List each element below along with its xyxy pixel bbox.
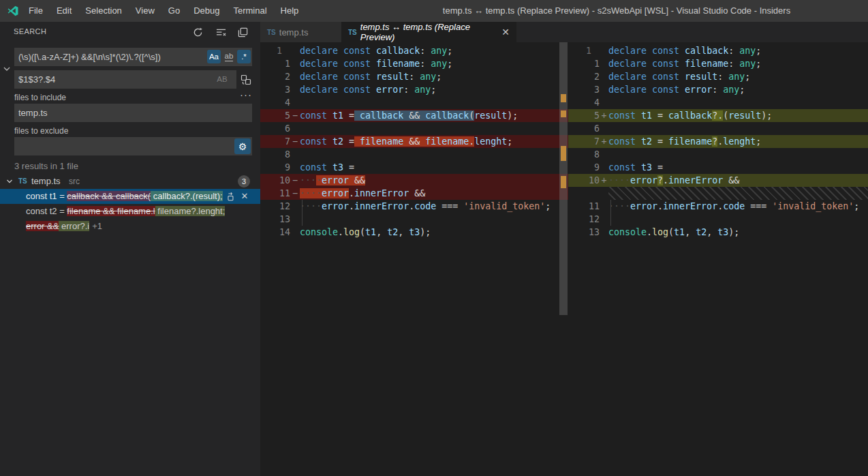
code-line[interactable]: 5+const t1 = callback?.(result); [568,109,868,122]
toggle-replace-chevron-icon[interactable] [2,64,13,75]
preserve-case-toggle[interactable]: AB [215,72,229,86]
line-number: 6 [568,122,600,135]
code-text: const t1 = callback?.(result); [608,109,868,122]
menu-edit[interactable]: Edit [50,0,78,22]
code-line[interactable]: 9const t3 = [260,161,568,174]
code-line[interactable]: 14console.log(t1, t2, t3); [260,226,568,239]
code-line[interactable]: 2declare const result: any; [568,70,868,83]
diff-sign [290,148,300,161]
result-file-row[interactable]: TS temp.ts src 3 [0,174,260,189]
code-line[interactable]: 6 [260,122,568,135]
tab-replace-preview[interactable]: TS temp.ts ↔ temp.ts (Replace Preview) ✕ [341,22,516,42]
diff-sign [600,161,608,174]
code-text [608,122,868,135]
code-line[interactable]: 3declare const error: any; [568,83,868,96]
code-line[interactable]: 3declare const error: any; [260,83,568,96]
line-number: 1 [260,44,290,57]
diff-sign: − [290,109,300,122]
files-to-exclude-label: files to exclude [14,126,68,136]
replace-match-icon[interactable] [225,191,236,202]
diff-alignment-spacer[interactable] [568,187,868,200]
left-editor-scrollbar[interactable] [559,42,568,476]
code-text: declare const error: any; [300,83,568,96]
diff-sign [600,70,608,83]
code-line[interactable]: 12····error.innerError.code === 'invalid… [260,200,568,213]
line-number: 7 [568,135,600,148]
window-title: temp.ts ↔ temp.ts (Replace Preview) - s2… [443,0,790,22]
line-number: 1 [568,57,600,70]
tab-temp-ts[interactable]: TS temp.ts [260,22,341,42]
code-line[interactable]: 1declare const filename: any; [568,57,868,70]
menu-selection[interactable]: Selection [78,0,128,22]
menu-bar: FileEditSelectionViewGoDebugTerminalHelp [22,0,305,22]
whole-word-toggle[interactable]: ab [222,50,236,63]
use-exclude-settings-gear-icon[interactable]: ⚙ [234,138,251,154]
code-line[interactable]: 1declare const filename: any; [260,57,568,70]
menu-terminal[interactable]: Terminal [226,0,273,22]
line-number: 13 [568,226,600,239]
line-number: 2 [568,70,600,83]
match-rows: const t1 = callback && callback( callbac… [0,189,260,234]
files-to-exclude-input[interactable] [14,137,252,155]
code-line[interactable]: 8 [568,148,868,161]
toggle-search-details-ellipsis-icon[interactable]: ··· [238,89,253,101]
diff-modified-editor[interactable]: 1declare const callback: any;1declare co… [568,42,868,476]
result-file-name: temp.ts [31,174,61,189]
code-text: const t1 = callback && callback(result); [300,109,568,122]
code-line[interactable]: 9const t3 = [568,161,868,174]
code-line[interactable]: 7−const t2 = filename && filename.lenght… [260,135,568,148]
files-to-include-input[interactable] [14,104,252,122]
code-line[interactable]: 4 [568,96,868,109]
replace-all-button[interactable] [238,72,253,87]
line-number: 10 [260,174,290,187]
menu-view[interactable]: View [129,0,161,22]
code-line[interactable]: 10+····error?.innerError && [568,174,868,187]
code-line[interactable]: 1declare const callback: any; [568,44,868,57]
menu-help[interactable]: Help [274,0,306,22]
code-line[interactable]: 10−····error && [260,174,568,187]
match-row-2[interactable]: const t2 = filename && filename.l filena… [0,204,260,219]
diff-sign [600,226,608,239]
overview-match-mark [561,176,566,188]
code-line[interactable]: 13console.log(t1, t2, t3); [568,226,868,239]
menu-file[interactable]: File [22,0,50,22]
code-line[interactable]: 7+const t2 = filename?.lenght; [568,135,868,148]
close-icon[interactable]: ✕ [501,27,510,37]
code-line[interactable]: 11−····error.innerError && [260,187,568,200]
diff-sign [600,57,608,70]
line-number: 4 [568,96,600,109]
code-line[interactable]: 11····error.innerError.code === 'invalid… [568,200,868,213]
match-case-toggle[interactable]: Aa [207,50,221,63]
diff-sign [290,96,300,109]
code-line[interactable]: 2declare const result: any; [260,70,568,83]
code-text [300,148,568,161]
match-row-1[interactable]: const t1 = callback && callback( callbac… [0,189,260,204]
code-line[interactable]: 5−const t1 = callback && callback(result… [260,109,568,122]
code-line[interactable]: 6 [568,122,868,135]
code-text: ····error.innerError.code === 'invalid_t… [608,200,868,213]
new-search-editor-icon[interactable] [236,25,249,39]
code-line[interactable]: 1declare const callback: any; [260,44,568,57]
result-file-path: src [69,174,80,189]
replace-input[interactable] [14,70,236,89]
line-number: 5 [568,109,600,122]
code-text [608,213,868,226]
diff-sign: − [290,135,300,148]
dismiss-icon[interactable]: ✕ [239,191,250,202]
code-line[interactable]: 8 [260,148,568,161]
code-text: declare const result: any; [300,70,568,83]
refresh-icon[interactable] [191,25,204,39]
match-row-3[interactable]: error && error?.i+1 [0,219,260,234]
code-line[interactable]: 4 [260,96,568,109]
ts-file-icon: TS [18,174,27,189]
code-line[interactable]: 12 [568,213,868,226]
menu-debug[interactable]: Debug [187,0,226,22]
line-number: 1 [568,44,600,57]
chevron-down-icon[interactable] [5,177,14,185]
diff-sign [600,96,608,109]
regex-toggle[interactable]: .* [237,50,251,63]
code-line[interactable]: 13 [260,213,568,226]
diff-original-editor[interactable]: 1declare const callback: any;1declare co… [260,42,568,476]
clear-search-results-icon[interactable] [214,25,228,39]
menu-go[interactable]: Go [161,0,187,22]
